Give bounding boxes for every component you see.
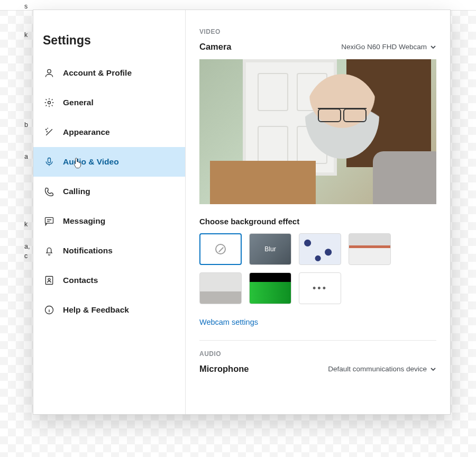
background-effect-heading: Choose background effect: [199, 217, 436, 226]
sidebar-item-contacts[interactable]: Contacts: [33, 266, 185, 295]
sidebar-item-label: Contacts: [63, 276, 98, 285]
sidebar-item-notifications[interactable]: Notifications: [33, 236, 185, 266]
none-icon: [215, 244, 226, 254]
sidebar-item-label: Calling: [63, 187, 90, 196]
camera-row: Camera NexiGo N60 FHD Webcam: [199, 42, 436, 52]
svg-rect-3: [45, 217, 53, 223]
sidebar-item-label: General: [63, 98, 94, 107]
camera-label: Camera: [199, 42, 232, 52]
svg-point-5: [48, 278, 50, 280]
microphone-icon: [43, 156, 56, 168]
microphone-select[interactable]: Default communications device: [328, 365, 436, 373]
sidebar-item-label: Notifications: [63, 246, 113, 255]
sidebar-item-label: Audio & Video: [63, 157, 119, 167]
bg-effect-label: Blur: [264, 245, 276, 253]
camera-preview: [199, 59, 436, 204]
gear-icon: [43, 96, 56, 109]
bg-text: c: [24, 252, 28, 261]
settings-dialog: Settings Account & Profile General Appea…: [33, 10, 451, 415]
info-icon: [43, 304, 56, 316]
bg-effect-loft[interactable]: [349, 233, 391, 265]
camera-select-value: NexiGo N60 FHD Webcam: [341, 43, 427, 51]
webcam-settings-link[interactable]: Webcam settings: [199, 318, 258, 326]
address-book-icon: [43, 274, 56, 287]
bell-icon: [43, 244, 56, 257]
bg-effect-arcade[interactable]: [249, 272, 291, 304]
svg-point-0: [48, 69, 51, 73]
sidebar-item-audio-video[interactable]: Audio & Video: [33, 147, 185, 177]
bg-text: a,: [24, 242, 30, 252]
section-label-audio: AUDIO: [199, 350, 436, 358]
phone-icon: [43, 185, 56, 198]
settings-content: VIDEO Camera NexiGo N60 FHD Webcam Choos: [186, 10, 450, 414]
sidebar-item-label: Help & Feedback: [63, 305, 129, 315]
svg-rect-2: [48, 158, 51, 163]
sidebar-item-label: Messaging: [63, 216, 105, 226]
more-icon: •••: [313, 283, 327, 294]
sidebar-item-account-profile[interactable]: Account & Profile: [33, 58, 185, 88]
parent-window-strip: [0, 0, 476, 11]
microphone-select-value: Default communications device: [328, 365, 427, 373]
bg-text: b: [24, 121, 28, 130]
sidebar-item-messaging[interactable]: Messaging: [33, 206, 185, 236]
chevron-down-icon: [430, 44, 436, 50]
bg-effect-room[interactable]: [199, 272, 242, 304]
bg-text: s: [24, 2, 28, 12]
sidebar-item-calling[interactable]: Calling: [33, 177, 185, 206]
settings-sidebar: Settings Account & Profile General Appea…: [33, 10, 186, 414]
person-icon: [43, 67, 56, 79]
bg-effect-more[interactable]: •••: [299, 272, 341, 304]
sidebar-item-label: Appearance: [63, 127, 110, 137]
bg-effect-none[interactable]: [199, 233, 242, 265]
sidebar-item-appearance[interactable]: Appearance: [33, 117, 185, 147]
bg-text: a: [24, 152, 28, 162]
background-effect-grid: Blur •••: [199, 233, 436, 304]
bg-text: k: [24, 220, 28, 230]
bg-effect-pattern[interactable]: [299, 233, 341, 265]
chevron-down-icon: [430, 366, 436, 372]
section-label-video: VIDEO: [199, 28, 436, 35]
camera-select[interactable]: NexiGo N60 FHD Webcam: [341, 43, 436, 51]
settings-title: Settings: [33, 28, 185, 58]
sidebar-item-general[interactable]: General: [33, 88, 185, 117]
bg-effect-blur[interactable]: Blur: [249, 233, 291, 265]
microphone-row: Microphone Default communications device: [199, 364, 436, 374]
svg-point-1: [48, 102, 51, 104]
bg-text: k: [24, 31, 28, 40]
sidebar-item-label: Account & Profile: [63, 68, 132, 78]
section-divider: [199, 340, 436, 341]
wand-icon: [43, 126, 56, 139]
chat-icon: [43, 215, 56, 227]
microphone-label: Microphone: [199, 364, 249, 374]
sidebar-item-help-feedback[interactable]: Help & Feedback: [33, 295, 185, 325]
